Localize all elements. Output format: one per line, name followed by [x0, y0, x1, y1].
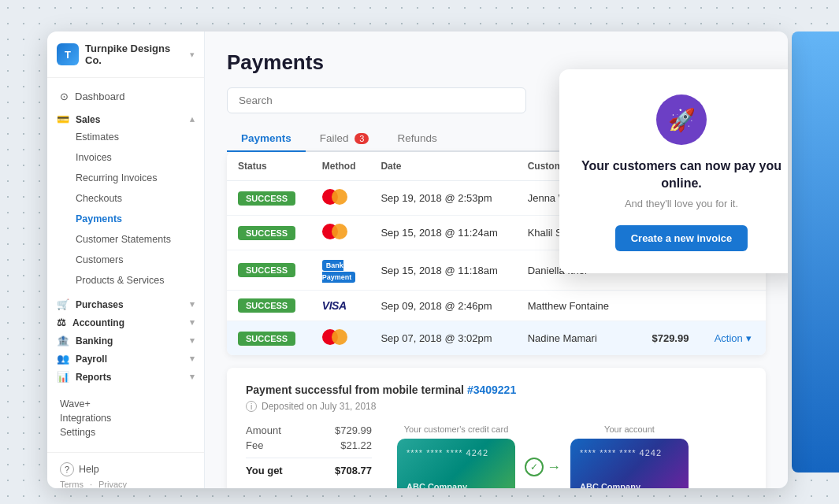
bank-payment-icon: BankPayment [322, 260, 356, 283]
sidebar-item-checkouts[interactable]: Checkouts [47, 188, 204, 209]
payment-amount: $729.99 [640, 321, 703, 356]
payment-amounts: Amount $729.99 Fee $21.22 You get $708.7… [246, 424, 372, 480]
purchases-label: Purchases [76, 299, 124, 310]
customer-credit-card: **** **** **** 4242 ABC Company 10/21 VI… [397, 439, 515, 488]
failed-badge: 3 [355, 133, 369, 144]
payment-body: Amount $729.99 Fee $21.22 You get $708.7… [246, 424, 747, 488]
customer-name: Matthew Fontaine [517, 291, 641, 321]
mastercard-icon [322, 224, 347, 239]
account-credit-card: **** **** **** 4242 ABC Company 10/21 [570, 439, 689, 488]
sidebar-item-products-services[interactable]: Products & Services [47, 270, 204, 291]
search-input[interactable] [227, 87, 526, 113]
app-container: T Turnpike Designs Co. ▾ ⊙ Dashboard 💳 S… [47, 32, 788, 488]
cards-section: Your customer's credit card **** **** **… [397, 424, 747, 488]
sales-label: Sales [76, 114, 100, 125]
sales-icon: 💳 [57, 113, 69, 125]
sidebar-item-recurring-invoices[interactable]: Recurring Invoices [47, 168, 204, 188]
col-method: Method [311, 152, 370, 181]
sidebar-item-integrations[interactable]: Integrations [60, 413, 191, 424]
info-icon: i [246, 401, 257, 412]
transfer-arrow: ✓ → [525, 458, 561, 476]
sidebar-item-dashboard[interactable]: ⊙ Dashboard [47, 84, 204, 109]
dashboard-icon: ⊙ [60, 91, 69, 102]
visa-icon: VISA [322, 299, 347, 312]
card-visa-logo: VISA [481, 487, 507, 488]
account-card-group: Your account **** **** **** 4242 ABC Com… [570, 424, 689, 488]
status-badge: Success [238, 263, 295, 277]
popup-title: Your customers can now pay you online. [578, 158, 785, 191]
amount-row-fee: Fee $21.22 [246, 439, 372, 451]
sidebar-nav: ⊙ Dashboard 💳 Sales ▴ Estimates Invoices… [47, 78, 204, 452]
sidebar-section-purchases[interactable]: 🛒 Purchases ▾ [47, 294, 204, 312]
payment-date: Sep 07, 2018 @ 3:02pm [369, 321, 516, 356]
sidebar: T Turnpike Designs Co. ▾ ⊙ Dashboard 💳 S… [47, 32, 205, 488]
main-content: 🚀 Your customers can now pay you online.… [205, 32, 788, 488]
sales-collapse-icon[interactable]: ▴ [190, 114, 195, 124]
popup-icon: 🚀 [656, 94, 707, 145]
sidebar-item-payments[interactable]: Payments [47, 209, 204, 229]
accounting-icon: ⚖ [57, 317, 66, 328]
customer-name: Nadine Mamari [517, 321, 641, 356]
payroll-label: Payroll [76, 354, 107, 365]
mastercard-icon [322, 189, 347, 205]
status-badge: Success [238, 191, 295, 206]
rocket-icon: 🚀 [668, 107, 696, 133]
sidebar-section-banking[interactable]: 🏦 Banking ▾ [47, 330, 204, 348]
deposit-info: i Deposited on July 31, 2018 [246, 401, 747, 412]
sidebar-item-invoices[interactable]: Invoices [47, 147, 204, 168]
amount-row-amount: Amount $729.99 [246, 424, 372, 436]
action-dropdown-icon: ▾ [746, 332, 752, 344]
sidebar-section-accounting[interactable]: ⚖ Accounting ▾ [47, 312, 204, 330]
mastercard-icon [322, 329, 347, 345]
col-status: Status [227, 152, 311, 181]
sidebar-section-sales[interactable]: 💳 Sales ▴ [47, 109, 204, 127]
sidebar-item-estimates[interactable]: Estimates [47, 127, 204, 147]
privacy-link[interactable]: Privacy [98, 480, 127, 488]
payroll-icon: 👥 [57, 353, 69, 365]
status-badge: Success [238, 226, 295, 240]
sidebar-item-waveplus[interactable]: Wave+ [60, 398, 191, 410]
sidebar-item-customer-statements[interactable]: Customer Statements [47, 229, 204, 250]
payment-detail-header: Payment successful from mobile terminal … [246, 384, 747, 396]
table-row[interactable]: Success Sep 07, 2018 @ 3:02pm Nadine Mam… [227, 321, 766, 356]
brand-name: Turnpike Designs Co. [85, 43, 184, 66]
tab-failed[interactable]: Failed 3 [306, 126, 384, 152]
brand-icon: T [57, 43, 79, 65]
bg-blue-panel [792, 32, 839, 472]
sidebar-footer: ? Help Terms · Privacy [47, 452, 204, 488]
sidebar-dashboard-label: Dashboard [75, 91, 125, 102]
action-button[interactable]: Action ▾ [715, 332, 752, 344]
payment-date: Sep 15, 2018 @ 11:24am [369, 216, 516, 250]
arrow-icon: → [547, 459, 561, 476]
reports-icon: 📊 [57, 371, 69, 383]
accounting-expand-icon[interactable]: ▾ [190, 317, 195, 328]
payroll-expand-icon[interactable]: ▾ [190, 354, 195, 364]
sidebar-brand[interactable]: T Turnpike Designs Co. ▾ [47, 32, 204, 78]
reports-label: Reports [76, 372, 111, 383]
status-badge: Success [238, 332, 295, 346]
customer-card-group: Your customer's credit card **** **** **… [397, 424, 515, 488]
sidebar-section-reports[interactable]: 📊 Reports ▾ [47, 366, 204, 384]
col-date: Date [369, 152, 516, 181]
footer-dot: · [90, 480, 92, 488]
create-invoice-button[interactable]: Create a new invoice [615, 225, 748, 251]
terms-link[interactable]: Terms [60, 480, 84, 488]
sales-section: 💳 Sales ▴ Estimates Invoices Recurring I… [47, 109, 204, 291]
invoice-ref-link[interactable]: #3409221 [467, 384, 516, 396]
tab-payments[interactable]: Payments [227, 126, 306, 152]
sidebar-item-settings[interactable]: Settings [60, 427, 191, 438]
sidebar-item-customers[interactable]: Customers [47, 250, 204, 270]
help-button[interactable]: ? Help [60, 462, 191, 476]
banking-icon: 🏦 [57, 335, 69, 346]
purchases-expand-icon[interactable]: ▾ [190, 299, 195, 309]
sidebar-section-payroll[interactable]: 👥 Payroll ▾ [47, 348, 204, 366]
payment-date: Sep 15, 2018 @ 11:18am [369, 250, 516, 291]
table-row[interactable]: Success VISA Sep 09, 2018 @ 2:46pm Matth… [227, 291, 766, 321]
banking-expand-icon[interactable]: ▾ [190, 335, 195, 346]
accounting-label: Accounting [72, 317, 124, 328]
transfer-circle: ✓ [525, 458, 544, 476]
brand-dropdown-icon[interactable]: ▾ [190, 50, 195, 60]
popup-overlay: 🚀 Your customers can now pay you online.… [559, 69, 788, 273]
tab-refunds[interactable]: Refunds [383, 126, 451, 152]
reports-expand-icon[interactable]: ▾ [190, 372, 195, 382]
